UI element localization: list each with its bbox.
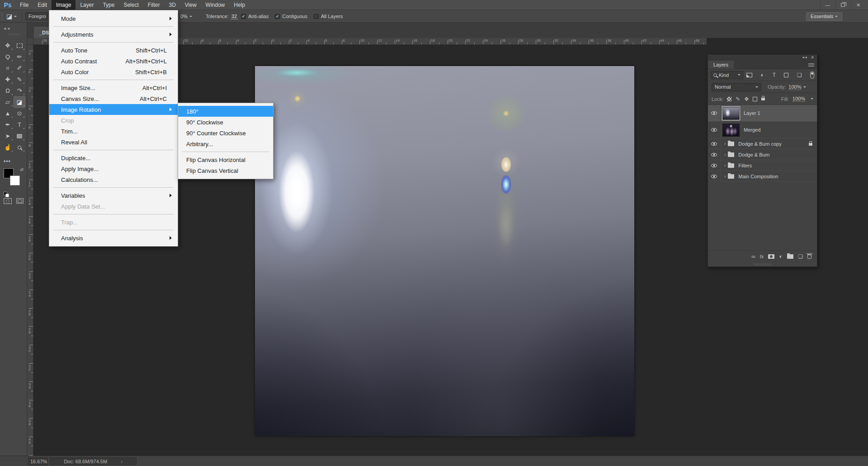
rotation-submenu-item-flip-canvas-horizontal[interactable]: Flip Canvas Horizontal	[178, 154, 273, 165]
panel-resize-grip[interactable]	[754, 263, 772, 266]
menubar-item-3d[interactable]: 3D	[164, 0, 180, 10]
tab-layers[interactable]: Layers	[708, 61, 734, 69]
history-brush-tool[interactable]: ↷	[14, 85, 25, 96]
filter-kind-dropdown[interactable]: Kind	[711, 71, 743, 79]
checkbox-contiguous[interactable]: ✓Contiguous	[275, 14, 307, 19]
layer-row-dodge-burn[interactable]: ›Dodge & Burn	[708, 149, 817, 160]
image-menu-item-image-rotation[interactable]: Image Rotation	[49, 104, 178, 115]
menubar-item-help[interactable]: Help	[229, 0, 250, 10]
expand-group-icon[interactable]: ›	[724, 174, 726, 179]
zoom-level-field[interactable]: 16.67%	[28, 457, 48, 465]
lock-transparency-icon[interactable]	[727, 97, 731, 101]
crop-tool[interactable]: ⌗	[2, 62, 14, 74]
image-menu-item-duplicate[interactable]: Duplicate...	[49, 152, 178, 163]
opacity-value[interactable]: 100%	[788, 84, 801, 90]
collapse-panel-icon[interactable]: ◄◄	[802, 56, 807, 59]
collapse-tools-icon[interactable]: ◄◄	[3, 26, 10, 31]
rectangular-marquee-tool[interactable]	[14, 40, 25, 51]
visibility-toggle[interactable]	[708, 122, 721, 138]
visibility-toggle[interactable]	[708, 105, 721, 121]
image-menu-item-auto-contrast[interactable]: Auto ContrastAlt+Shift+Ctrl+L	[49, 56, 178, 67]
rotation-submenu-item-flip-canvas-vertical[interactable]: Flip Canvas Vertical	[178, 165, 273, 176]
image-menu-item-auto-tone[interactable]: Auto ToneShift+Ctrl+L	[49, 45, 178, 56]
menubar-item-select[interactable]: Select	[119, 0, 143, 10]
close-panel-icon[interactable]: ✕	[811, 55, 814, 60]
shape-tool[interactable]	[14, 130, 25, 142]
filter-smart-objects-icon[interactable]: ❏	[797, 72, 802, 78]
rotation-submenu-item-arbitrary[interactable]: Arbitrary...	[178, 138, 273, 149]
menubar-item-filter[interactable]: Filter	[143, 0, 165, 10]
layer-row-merged[interactable]: Merged	[708, 122, 817, 138]
menubar-item-type[interactable]: Type	[98, 0, 119, 10]
opacity-field[interactable]: 0%	[180, 10, 192, 23]
rotation-submenu-item-180[interactable]: 180°	[178, 106, 273, 117]
background-color-swatch[interactable]	[10, 176, 20, 185]
rotation-submenu-item-90-counter-clockwise[interactable]: 90° Counter Clockwise	[178, 128, 273, 138]
menubar-item-edit[interactable]: Edit	[33, 0, 52, 10]
paint-bucket-tool[interactable]: ◪	[14, 96, 25, 108]
panel-menu-icon[interactable]	[808, 63, 814, 67]
active-tool-badge[interactable]: ◪	[6, 10, 17, 23]
ruler-origin-corner[interactable]	[27, 38, 33, 45]
canvas[interactable]	[255, 66, 634, 436]
image-menu-item-calculations[interactable]: Calculations...	[49, 174, 178, 185]
image-menu-item-mode[interactable]: Mode	[49, 13, 178, 24]
minimize-button[interactable]: —	[820, 1, 835, 9]
clone-stamp-tool[interactable]: Ω	[2, 85, 14, 96]
image-menu-item-auto-color[interactable]: Auto ColorShift+Ctrl+B	[49, 67, 178, 77]
blend-mode-dropdown[interactable]: Normal	[712, 83, 761, 91]
layer-row-main-composition[interactable]: ›Main Composition	[708, 171, 817, 182]
checkbox-anti-alias[interactable]: ✓Anti-alias	[241, 14, 269, 19]
visibility-toggle[interactable]	[708, 149, 721, 160]
new-layer-icon[interactable]: ❏	[798, 253, 803, 260]
visibility-toggle[interactable]	[708, 160, 721, 171]
eyedropper-tool[interactable]: ✐	[14, 62, 25, 74]
link-layers-icon[interactable]: ∞	[751, 253, 755, 260]
delete-layer-icon[interactable]	[807, 254, 811, 259]
image-menu-item-analysis[interactable]: Analysis	[49, 233, 178, 243]
menubar-item-image[interactable]: Image	[52, 0, 75, 10]
quick-selection-tool[interactable]: ✏	[14, 51, 25, 62]
zoom-tool[interactable]	[14, 142, 25, 153]
screen-mode-button[interactable]	[16, 198, 24, 204]
lock-all-icon[interactable]	[761, 98, 765, 100]
dodge-tool[interactable]: ⊙	[14, 108, 25, 119]
filter-adjustment-layers-icon[interactable]: ◐	[760, 71, 764, 78]
pen-tool[interactable]: ✒	[2, 119, 14, 130]
image-menu-item-apply-image[interactable]: Apply Image...	[49, 163, 178, 174]
hand-tool[interactable]: ☝	[2, 142, 14, 153]
menubar-item-file[interactable]: File	[15, 0, 33, 10]
visibility-toggle[interactable]	[708, 171, 721, 181]
options-bar-grip[interactable]	[1, 13, 3, 20]
layer-thumbnail[interactable]	[722, 107, 740, 120]
visibility-toggle[interactable]	[708, 138, 721, 149]
fill-source-dropdown[interactable]: Foregro	[25, 12, 49, 20]
layer-row-dodge-burn-copy[interactable]: ›Dodge & Burn copy	[708, 138, 817, 149]
eraser-tool[interactable]: ▱	[2, 96, 14, 108]
document-size-field[interactable]: Doc: 68.6M/974.5M ›	[50, 457, 137, 465]
layer-mask-icon[interactable]	[768, 254, 774, 259]
tools-panel-grip[interactable]	[8, 33, 20, 35]
new-group-icon[interactable]	[787, 254, 793, 259]
path-selection-tool[interactable]: ➤	[2, 130, 14, 142]
lock-position-icon[interactable]: ✥	[744, 96, 749, 102]
workspace-selector[interactable]: Essentials	[806, 12, 842, 21]
image-menu-item-trim[interactable]: Trim...	[49, 126, 178, 137]
layer-row-layer-1[interactable]: Layer 1	[708, 105, 817, 122]
lock-artboard-icon[interactable]	[753, 97, 757, 101]
swap-colors-icon[interactable]: ⇄	[20, 167, 24, 172]
layer-thumbnail[interactable]	[722, 124, 740, 137]
filter-toggle-pill[interactable]	[810, 71, 814, 79]
menubar-item-window[interactable]: Window	[201, 0, 230, 10]
quick-mask-button[interactable]	[4, 198, 12, 204]
layer-row-filters[interactable]: ›Filters	[708, 160, 817, 171]
rotation-submenu-item-90-clockwise[interactable]: 90° Clockwise	[178, 117, 273, 128]
close-button[interactable]: ✕	[851, 1, 865, 9]
image-menu-item-adjustments[interactable]: Adjustments	[49, 29, 178, 40]
tolerance-input[interactable]: 32	[230, 14, 238, 19]
layer-style-icon[interactable]: fx	[760, 254, 764, 259]
blur-tool[interactable]: ▲	[2, 108, 14, 119]
lock-pixels-icon[interactable]: ✎	[736, 96, 740, 102]
filter-pixel-layers-icon[interactable]	[746, 73, 752, 77]
lasso-tool[interactable]: Ǫ	[2, 51, 14, 62]
